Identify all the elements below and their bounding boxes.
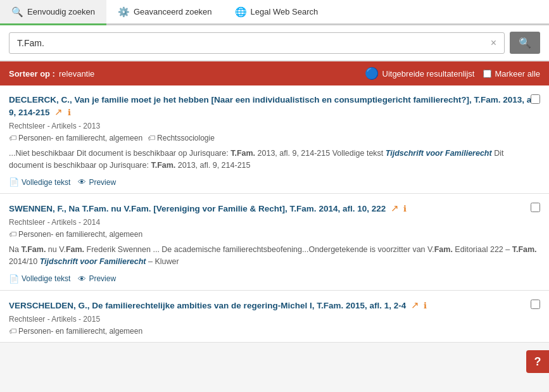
result-snippet-2: Na T.Fam. nu V.Fam. Frederik Swennen ...… xyxy=(9,244,540,268)
result-meta-text-2: Rechtsleer - Artikels - 2014 xyxy=(9,218,100,227)
tag-icon-1-1: 🏷 xyxy=(148,134,155,142)
nav-simple-search[interactable]: 🔍 Eenvoudig zoeken xyxy=(0,0,106,25)
result-tag-label-2-0: Personen- en familierecht, algemeen xyxy=(18,230,142,239)
result-title-3[interactable]: VERSCHELDEN, G., De familierechtelijke a… xyxy=(9,301,406,310)
results-list: DECLERCK, C., Van je familie moet je het… xyxy=(0,85,549,343)
info-icon-1: ℹ xyxy=(68,108,71,117)
result-tag-1-1[interactable]: 🏷 Rechtssociologie xyxy=(148,134,215,142)
result-title-1[interactable]: DECLERCK, C., Van je familie moet je het… xyxy=(9,95,539,117)
result-item: DECLERCK, C., Van je familie moet je het… xyxy=(0,85,549,194)
full-text-label-1: Volledige tekst xyxy=(22,178,70,187)
tag-icon-1-0: 🏷 xyxy=(9,134,16,142)
search-input-wrap: × xyxy=(9,32,505,54)
result-meta-2: Rechtsleer - Artikels - 2014 xyxy=(9,218,540,227)
sort-left: Sorteer op : relevantie xyxy=(9,69,94,79)
result-meta-1: Rechtsleer - Artikels - 2013 xyxy=(9,122,540,130)
info-icon-3: ℹ xyxy=(424,301,427,310)
result-actions-1: 📄 Volledige tekst 👁 Preview xyxy=(9,177,540,187)
preview-icon-1: 👁 xyxy=(78,177,86,187)
nav-legal-web-search-label: Legal Web Search xyxy=(251,7,319,16)
full-text-button-1[interactable]: 📄 Volledige tekst xyxy=(9,177,70,187)
expand-icon-3[interactable]: ↗ xyxy=(411,300,419,311)
full-text-label-2: Volledige tekst xyxy=(22,274,70,283)
nav-advanced-search[interactable]: ⚙️ Geavanceerd zoeken xyxy=(106,0,224,25)
nav-simple-search-label: Eenvoudig zoeken xyxy=(27,7,95,16)
legal-web-search-icon: 🌐 xyxy=(235,6,247,18)
result-actions-2: 📄 Volledige tekst 👁 Preview xyxy=(9,274,540,284)
result-tag-3-0[interactable]: 🏷 Personen- en familierecht, algemeen xyxy=(9,327,142,336)
sort-bar: Sorteer op : relevantie 🔵 Uitgebreide re… xyxy=(0,61,549,85)
result-tags-2: 🏷 Personen- en familierecht, algemeen xyxy=(9,230,540,239)
expand-icon-2[interactable]: ↗ xyxy=(391,203,399,214)
search-bar: × 🔍 xyxy=(0,25,549,61)
result-snippet-1: ...Niet beschikbaar Dit document is besc… xyxy=(9,148,540,172)
result-item: SWENNEN, F., Na T.Fam. nu V.Fam. [Vereni… xyxy=(0,194,549,290)
top-navigation: 🔍 Eenvoudig zoeken ⚙️ Geavanceerd zoeken… xyxy=(0,0,549,25)
nav-legal-web-search[interactable]: 🌐 Legal Web Search xyxy=(224,0,330,25)
result-title-2[interactable]: SWENNEN, F., Na T.Fam. nu V.Fam. [Vereni… xyxy=(9,204,386,213)
preview-label-1: Preview xyxy=(89,178,116,187)
result-item: VERSCHELDEN, G., De familierechtelijke a… xyxy=(0,291,549,343)
result-checkbox-1[interactable] xyxy=(531,94,540,104)
full-text-icon-1: 📄 xyxy=(9,177,19,187)
result-checkbox-3[interactable] xyxy=(531,300,540,309)
toggle-icon: 🔵 xyxy=(365,66,379,80)
sort-prefix: Sorteer op : xyxy=(9,69,55,79)
result-tag-label-3-0: Personen- en familierecht, algemeen xyxy=(18,327,142,336)
preview-icon-2: 👁 xyxy=(78,274,86,284)
result-meta-3: Rechtsleer - Artikels - 2015 xyxy=(9,315,540,324)
result-meta-text-3: Rechtsleer - Artikels - 2015 xyxy=(9,315,100,324)
extended-results-toggle[interactable]: 🔵 Uitgebreide resultatenlijst xyxy=(365,66,475,80)
search-button[interactable]: 🔍 xyxy=(510,32,540,54)
tag-icon-2-0: 🏷 xyxy=(9,230,16,239)
preview-label-2: Preview xyxy=(89,274,116,283)
expand-icon-1[interactable]: ↗ xyxy=(54,106,63,118)
mark-all-checkbox[interactable]: Markeer alle xyxy=(483,69,540,79)
result-tags-3: 🏷 Personen- en familierecht, algemeen xyxy=(9,327,540,336)
mark-all-input[interactable] xyxy=(483,70,491,78)
sort-right: 🔵 Uitgebreide resultatenlijst Markeer al… xyxy=(365,66,541,80)
result-tags-1: 🏷 Personen- en familierecht, algemeen 🏷 … xyxy=(9,134,540,142)
simple-search-icon: 🔍 xyxy=(11,6,23,18)
full-text-icon-2: 📄 xyxy=(9,274,19,284)
clear-button[interactable]: × xyxy=(488,37,499,49)
info-icon-2: ℹ xyxy=(403,204,407,213)
advanced-search-icon: ⚙️ xyxy=(118,6,130,18)
result-tag-label-1-1: Rechtssociologie xyxy=(157,134,215,142)
result-tag-label-1-0: Personen- en familierecht, algemeen xyxy=(18,134,142,142)
nav-advanced-search-label: Geavanceerd zoeken xyxy=(134,7,212,16)
preview-button-1[interactable]: 👁 Preview xyxy=(78,177,116,187)
result-tag-1-0[interactable]: 🏷 Personen- en familierecht, algemeen xyxy=(9,134,142,142)
result-meta-text-1: Rechtsleer - Artikels - 2013 xyxy=(9,122,100,130)
preview-button-2[interactable]: 👁 Preview xyxy=(78,274,116,284)
result-checkbox-2[interactable] xyxy=(531,203,540,212)
search-input[interactable] xyxy=(15,33,488,53)
toggle-label: Uitgebreide resultatenlijst xyxy=(382,69,475,79)
mark-all-label: Markeer alle xyxy=(495,69,540,79)
tag-icon-3-0: 🏷 xyxy=(9,327,16,336)
result-tag-2-0[interactable]: 🏷 Personen- en familierecht, algemeen xyxy=(9,230,142,239)
sort-value[interactable]: relevantie xyxy=(59,69,94,79)
full-text-button-2[interactable]: 📄 Volledige tekst xyxy=(9,274,70,284)
